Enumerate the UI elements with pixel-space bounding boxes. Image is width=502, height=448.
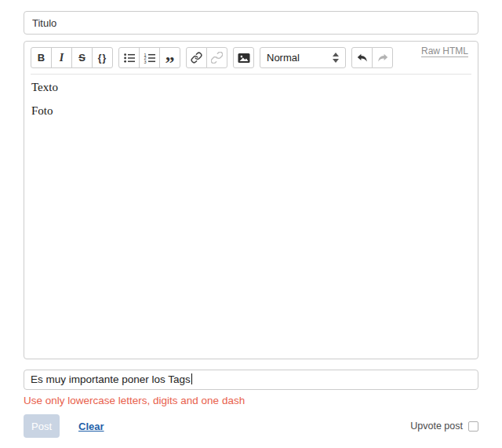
text-caret (191, 373, 192, 384)
list-numbers-icon: 1 2 3 (144, 52, 156, 64)
blockquote-icon: ” (166, 59, 175, 67)
editor-paragraph: Foto (31, 104, 471, 118)
undo-button[interactable] (351, 47, 373, 68)
broken-chain-icon (211, 52, 223, 64)
redo-button[interactable] (372, 47, 393, 68)
italic-button[interactable]: I (51, 47, 72, 68)
upvote-post-label: Upvote post (410, 421, 463, 432)
editor-toolbar: B I S {} (24, 42, 478, 68)
editor-paragraph: Texto (31, 81, 471, 94)
bold-button[interactable]: B (31, 47, 52, 68)
link-group (186, 47, 227, 68)
post-button[interactable]: Post (24, 414, 60, 438)
blockquote-button[interactable]: ” (159, 47, 180, 68)
redo-arrow-icon (376, 52, 389, 64)
post-editor-page: Raw HTML B I S {} (0, 0, 502, 438)
upvote-post-control[interactable]: Upvote post (410, 421, 478, 432)
list-quote-group: 1 2 3 ” (118, 47, 180, 68)
select-stepper-icon (333, 53, 339, 63)
post-body-editor: Raw HTML B I S {} (24, 41, 478, 359)
raw-html-toggle-link[interactable]: Raw HTML (421, 46, 468, 57)
title-input[interactable] (24, 11, 478, 35)
insert-link-button[interactable] (186, 47, 207, 68)
text-style-group: B I S {} (31, 47, 113, 68)
format-select[interactable]: Normal (260, 47, 346, 68)
history-group (351, 47, 393, 68)
upvote-post-checkbox[interactable] (468, 421, 478, 432)
image-group (233, 47, 254, 68)
insert-image-button[interactable] (233, 47, 254, 68)
remove-link-button[interactable] (206, 47, 227, 68)
svg-text:3: 3 (144, 59, 146, 64)
undo-arrow-icon (356, 52, 369, 64)
tags-error-message: Use only lowercase letters, digits and o… (24, 395, 478, 406)
list-bullets-icon (123, 52, 136, 64)
tags-input[interactable]: Es muy importante poner los Tags (24, 370, 478, 390)
format-select-value: Normal (267, 52, 333, 64)
strikethrough-button[interactable]: S (71, 47, 93, 68)
numbered-list-button[interactable]: 1 2 3 (139, 47, 160, 68)
clear-link[interactable]: Clear (78, 421, 104, 432)
footer-actions: Post Clear Upvote post (24, 414, 478, 438)
editor-body[interactable]: Texto Foto (24, 75, 478, 134)
code-block-button[interactable]: {} (92, 47, 113, 68)
tags-input-value: Es muy importante poner los Tags (31, 373, 191, 385)
bulleted-list-button[interactable] (118, 47, 140, 68)
image-icon (238, 52, 250, 64)
chain-link-icon (191, 52, 202, 64)
